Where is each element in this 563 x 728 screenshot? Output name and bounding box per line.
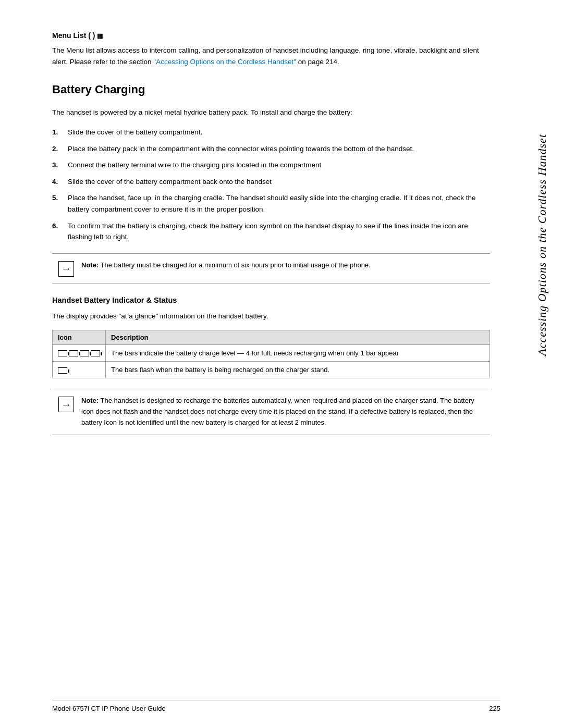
footer-left: Model 6757i CT IP Phone User Guide: [52, 705, 166, 712]
footer-right: 225: [489, 705, 500, 712]
handset-battery-heading: Handset Battery Indicator & Status: [52, 296, 490, 304]
battery-intro: The handset is powered by a nickel metal…: [52, 107, 490, 118]
battery-charging-heading: Battery Charging: [52, 83, 490, 96]
note-arrow-icon-1: →: [58, 261, 74, 277]
battery-icon-1bar: [91, 350, 100, 356]
table-header-row: Icon Description: [53, 330, 490, 345]
battery-icon-2bar: [80, 350, 89, 356]
battery-step-1: 1. Slide the cover of the battery compar…: [52, 127, 490, 138]
side-text-container: Accessing Options on the Cordless Handse…: [521, 63, 563, 427]
note-text-1: Note: The battery must be charged for a …: [81, 260, 371, 271]
handset-battery-intro: The display provides "at a glance" infor…: [52, 311, 490, 322]
menu-list-section: Menu List ( ) ▦ The Menu list allows acc…: [52, 31, 490, 67]
battery-step-2: 2. Place the battery pack in the compart…: [52, 143, 490, 155]
battery-table: Icon Description The bars i: [52, 330, 490, 378]
menu-list-heading: Menu List ( ) ▦: [52, 31, 490, 40]
note-text-2: Note: The handset is designed to recharg…: [81, 396, 484, 428]
battery-step-4: 4. Slide the cover of the battery compar…: [52, 176, 490, 188]
note-box-2: → Note: The handset is designed to recha…: [52, 389, 490, 435]
table-row-2-desc: The bars flash when the battery is being…: [106, 362, 490, 378]
battery-icon-4bar: [58, 350, 67, 356]
table-col-description: Description: [106, 330, 490, 345]
page-footer: Model 6757i CT IP Phone User Guide 225: [52, 700, 500, 712]
table-row-2: The bars flash when the battery is being…: [53, 362, 490, 378]
menu-list-link[interactable]: "Accessing Options on the Cordless Hands…: [153, 58, 296, 66]
battery-step-5: 5. Place the handset, face up, in the ch…: [52, 192, 490, 215]
note-arrow-icon-2: →: [58, 397, 74, 412]
battery-icons-group: [58, 350, 100, 356]
battery-step-6: 6. To confirm that the battery is chargi…: [52, 220, 490, 243]
table-row-1: The bars indicate the battery charge lev…: [53, 345, 490, 362]
battery-steps-list: 1. Slide the cover of the battery compar…: [52, 127, 490, 243]
menu-list-para: The Menu list allows access to intercom …: [52, 45, 490, 67]
table-col-icon: Icon: [53, 330, 106, 345]
side-text: Accessing Options on the Cordless Handse…: [535, 134, 549, 356]
battery-icon-flash: [58, 367, 67, 374]
table-row-1-icon: [53, 345, 106, 362]
page-container: Accessing Options on the Cordless Handse…: [0, 0, 563, 728]
table-row-2-icon: [53, 362, 106, 378]
table-row-1-desc: The bars indicate the battery charge lev…: [106, 345, 490, 362]
battery-icon-3bar: [69, 350, 78, 356]
main-content: Menu List ( ) ▦ The Menu list allows acc…: [52, 31, 500, 435]
note-box-1: → Note: The battery must be charged for …: [52, 253, 490, 283]
battery-step-3: 3. Connect the battery terminal wire to …: [52, 159, 490, 171]
menu-icon: ▦: [97, 32, 103, 40]
